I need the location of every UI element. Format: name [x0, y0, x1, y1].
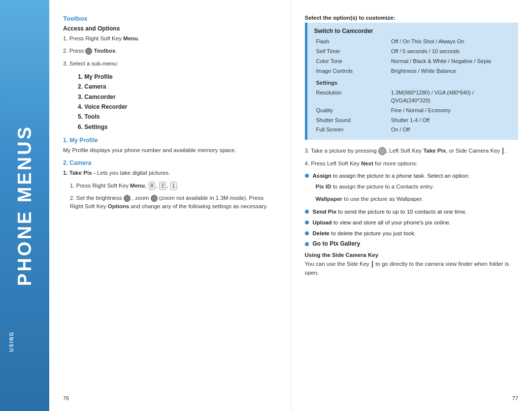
- camera-options-box: Switch to Camcorder Flash Off / On This …: [305, 23, 519, 140]
- menu-item-1: 1. My Profile: [78, 72, 277, 82]
- table-row: Shutter Sound Shutter 1-4 / Off: [314, 116, 512, 126]
- bullet-dot-icon: [305, 221, 309, 224]
- bullet-dot-icon: [305, 210, 309, 214]
- quality-label: Quality: [314, 106, 389, 116]
- step4-right: 4. Press Left Soft Key Next for more opt…: [305, 159, 519, 168]
- color-tone-value: Normal / Black & White / Negative / Sepi…: [389, 57, 511, 66]
- step3-right: 3. Take a picture by pressing , Left Sof…: [305, 147, 519, 155]
- shutter-sound-value: Shutter 1-4 / Off: [389, 116, 511, 126]
- resolution-value: 1.3M(960*1280) / VGA (480*640) / QVGA(24…: [389, 88, 511, 106]
- left-page: Toolbox Access and Options 1. Press Righ…: [49, 0, 291, 411]
- right-page: Select the option(s) to customize: Switc…: [291, 0, 532, 411]
- toolbox-icon: [85, 48, 92, 55]
- table-row: Full Screen On / Off: [314, 125, 512, 135]
- self-timer-value: Off / 5 seconds / 10 seconds: [389, 47, 511, 57]
- step2-text: 2. Press Toolbox.: [63, 47, 277, 55]
- key-8: 8: [149, 182, 156, 190]
- go-to-pix-bullet: Go to Pix Gallery: [305, 240, 519, 247]
- take-pix-intro: 1. Take Pix - Lets you take digital pict…: [63, 169, 277, 177]
- full-screen-value: On / Off: [389, 125, 511, 135]
- key-2: 2: [159, 182, 166, 190]
- camera-options-table: Flash Off / On This Shot / Always On Sel…: [314, 37, 512, 135]
- upload-bullet: Upload to view and store all of your pho…: [305, 219, 519, 227]
- sidebar: PHONE MENUS USING: [0, 0, 49, 411]
- select-options-label: Select the option(s) to customize:: [305, 15, 519, 21]
- quality-value: Fine / Normal / Economy: [389, 106, 511, 116]
- full-screen-label: Full Screen: [314, 125, 389, 135]
- my-profile-text: My Profile displays your phone number an…: [63, 146, 277, 155]
- settings-header-row: Settings: [314, 76, 512, 88]
- set-brightness-text: 2. Set the brightness , zoom (zoom not a…: [70, 194, 277, 211]
- main-content: Toolbox Access and Options 1. Press Righ…: [49, 0, 532, 411]
- step1-text: 1. Press Right Soft Key Menu.: [63, 34, 277, 43]
- pix-id-sub: Pix ID to assign the picture to a Contac…: [316, 183, 519, 191]
- delete-bullet: Delete to delete the picture you just to…: [305, 229, 519, 238]
- table-row: Image Controls Brightness / White Balanc…: [314, 66, 512, 76]
- side-camera-section: Using the Side Camera Key You can use th…: [305, 252, 519, 277]
- pipe-icon: [502, 148, 503, 155]
- table-row: Self Timer Off / 5 seconds / 10 seconds: [314, 47, 512, 57]
- table-row: Quality Fine / Normal / Economy: [314, 106, 512, 116]
- key-1: 1: [170, 182, 177, 190]
- image-controls-value: Brightness / White Balance: [389, 66, 511, 76]
- wallpaper-sub: Wallpaper to use the picture as Wallpape…: [316, 195, 519, 203]
- color-tone-label: Color Tone: [314, 57, 389, 66]
- image-controls-label: Image Controls: [314, 66, 389, 76]
- camera-shutter-icon: [378, 147, 386, 155]
- settings-header-label: Settings: [314, 76, 512, 88]
- access-options-heading: Access and Options: [63, 25, 277, 32]
- toolbox-title: Toolbox: [63, 15, 277, 22]
- flash-label: Flash: [314, 37, 389, 47]
- self-timer-label: Self Timer: [314, 47, 389, 57]
- send-pix-bullet: Send Pix to send the picture to up to 10…: [305, 208, 519, 216]
- table-row: Flash Off / On This Shot / Always On: [314, 37, 512, 47]
- menu-item-3: 3. Camcorder: [78, 92, 277, 102]
- assign-bullet: Assign to assign the picture to a phone …: [305, 172, 519, 180]
- step3-text: 3. Select a sub-menu:: [63, 60, 277, 68]
- page-number-left: 76: [63, 395, 69, 401]
- resolution-label: Resolution: [314, 88, 389, 106]
- brightness-icon: [124, 195, 131, 202]
- table-row: Resolution 1.3M(960*1280) / VGA (480*640…: [314, 88, 512, 106]
- bullet-dot-icon: [305, 231, 309, 235]
- sidebar-main-title: PHONE MENUS: [15, 125, 34, 286]
- go-to-pix-label: Go to Pix Gallery: [313, 240, 361, 247]
- side-key-icon: [372, 261, 373, 268]
- sub-menu-list: 1. My Profile 2. Camera 3. Camcorder 4. …: [78, 72, 277, 132]
- menu-item-2: 2. Camera: [78, 82, 277, 92]
- menu-item-5: 5. Tools: [78, 112, 277, 122]
- table-row: Color Tone Normal / Black & White / Nega…: [314, 57, 512, 66]
- sidebar-using-label: USING: [9, 331, 14, 352]
- side-camera-title: Using the Side Camera Key: [305, 252, 519, 258]
- bullet-list: Assign to assign the picture to a phone …: [305, 172, 519, 248]
- side-camera-text: You can use the Side Key to go directly …: [305, 260, 519, 277]
- bullet-dot-icon: [305, 242, 309, 246]
- menu-item-6: 6. Settings: [78, 122, 277, 132]
- bullet-dot-icon: [305, 174, 309, 178]
- flash-value: Off / On This Shot / Always On: [389, 37, 511, 47]
- menu-item-4: 4. Voice Recorder: [78, 102, 277, 112]
- shutter-sound-label: Shutter Sound: [314, 116, 389, 126]
- camera-title: 2. Camera: [63, 159, 277, 166]
- zoom-icon: [151, 195, 158, 202]
- page-number-right: 77: [512, 395, 518, 401]
- press-right-soft: 1. Press Right Soft Key Menu, 8, 2, 1.: [70, 182, 277, 190]
- box-title: Switch to Camcorder: [314, 28, 512, 34]
- my-profile-title: 1. My Profile: [63, 137, 277, 144]
